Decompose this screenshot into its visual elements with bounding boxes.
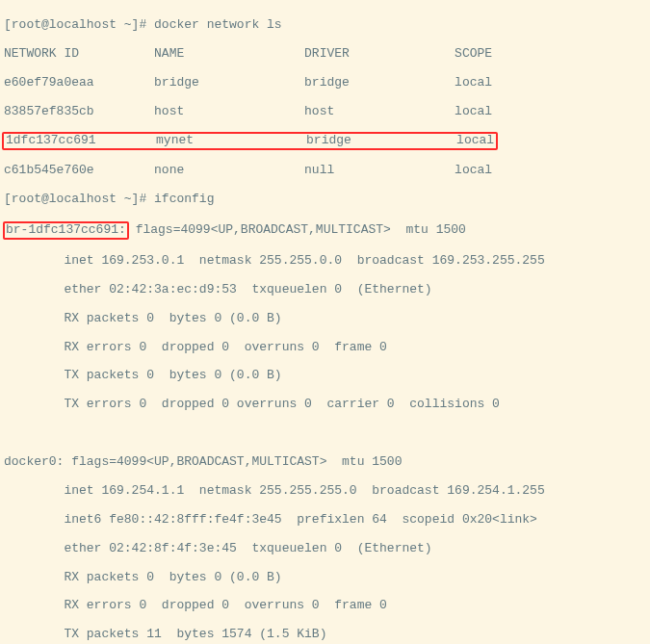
iface-br-line: RX packets 0 bytes 0 (0.0 B) <box>4 312 646 326</box>
iface-br-line: TX packets 0 bytes 0 (0.0 B) <box>4 369 646 383</box>
iface-docker0-line: inet6 fe80::42:8fff:fe4f:3e45 prefixlen … <box>4 513 646 528</box>
shell-prompt: [root@localhost ~]# <box>4 192 154 206</box>
highlight-box: 1dfc137cc691 mynet bridge local <box>2 132 498 150</box>
iface-docker0-line: ether 02:42:8f:4f:3e:45 txqueuelen 0 (Et… <box>4 542 646 556</box>
iface-br-line: TX errors 0 dropped 0 overruns 0 carrier… <box>4 398 646 412</box>
iface-br-header: br-1dfc137cc691: flags=4099<UP,BROADCAST… <box>4 221 646 240</box>
docker-command: docker network ls <box>154 17 282 32</box>
docker-row: c61b545e760e none null local <box>4 164 646 178</box>
shell-prompt: [root@localhost ~]# <box>4 17 154 32</box>
iface-br-line: inet 169.253.0.1 netmask 255.255.0.0 bro… <box>4 254 646 269</box>
docker-row: 83857ef835cb host host local <box>4 105 646 119</box>
blank-line <box>4 426 646 441</box>
ifconfig-command: ifconfig <box>154 192 214 206</box>
iface-br-line: ether 02:42:3a:ec:d9:53 txqueuelen 0 (Et… <box>4 283 646 297</box>
iface-docker0-line: docker0: flags=4099<UP,BROADCAST,MULTICA… <box>4 455 646 470</box>
docker-row: e60ef79a0eaa bridge bridge local <box>4 76 646 90</box>
iface-docker0-line: TX packets 11 bytes 1574 (1.5 KiB) <box>4 628 646 642</box>
terminal-output[interactable]: [root@localhost ~]# docker network ls NE… <box>0 0 650 644</box>
docker-header: NETWORK ID NAME DRIVER SCOPE <box>4 47 646 62</box>
highlight-box: br-1dfc137cc691: <box>3 221 129 240</box>
iface-docker0-line: RX errors 0 dropped 0 overruns 0 frame 0 <box>4 599 646 613</box>
iface-docker0-line: RX packets 0 bytes 0 (0.0 B) <box>4 571 646 585</box>
iface-br-line: RX errors 0 dropped 0 overruns 0 frame 0 <box>4 341 646 355</box>
docker-row-highlighted: 1dfc137cc691 mynet bridge local <box>4 133 646 149</box>
iface-docker0-line: inet 169.254.1.1 netmask 255.255.255.0 b… <box>4 484 646 499</box>
